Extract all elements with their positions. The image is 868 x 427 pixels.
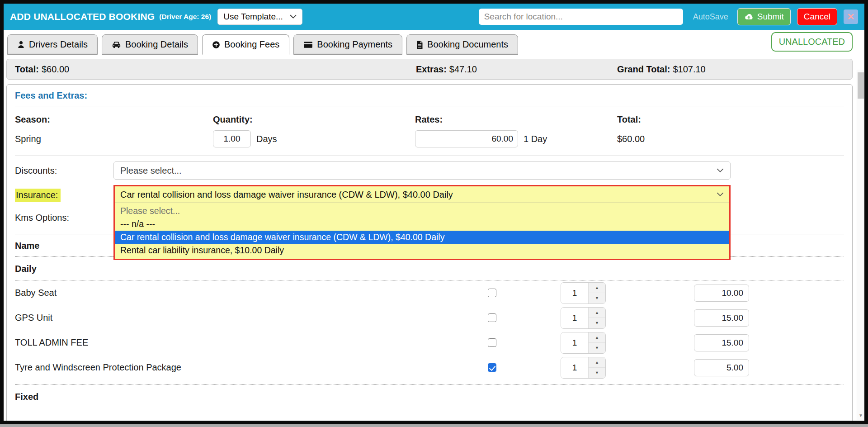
extra-row-baby-seat: Baby Seat — [15, 280, 844, 305]
quantity-stepper — [561, 307, 606, 329]
tab-label: Booking Details — [125, 39, 188, 50]
quantity-stepper — [561, 357, 606, 379]
extra-row-gps-unit: GPS Unit — [15, 305, 844, 330]
rate-input[interactable] — [415, 130, 518, 147]
daily-section-title: Daily — [15, 257, 844, 280]
modal-header: ADD UNALLOCATED BOOKING (Driver Age: 26)… — [4, 4, 864, 30]
stepper-down-icon[interactable] — [589, 293, 605, 304]
price-input[interactable] — [694, 359, 749, 376]
price-input[interactable] — [694, 285, 749, 302]
extras-label: Extras: — [416, 64, 447, 74]
quantity-stepper — [561, 282, 606, 304]
stepper-down-icon[interactable] — [589, 342, 605, 353]
scrollbar-down-arrow-icon[interactable] — [857, 412, 864, 419]
booking-fees-panel: Fees and Extras: Season: Quantity: Rates… — [6, 84, 853, 421]
divider — [15, 106, 844, 106]
tab-label: Drivers Details — [29, 39, 88, 50]
fees-column-headers: Season: Quantity: Rates: Total: — [15, 114, 844, 125]
price-input[interactable] — [694, 334, 749, 351]
insurance-option[interactable]: Rental car liability insurance, $10.00 D… — [115, 244, 729, 257]
close-icon[interactable] — [844, 9, 858, 24]
stepper-up-icon[interactable] — [589, 332, 605, 343]
driver-age-note: (Driver Age: 26) — [159, 13, 211, 21]
total-column-header: Total: — [617, 114, 844, 125]
quantity-stepper-input[interactable] — [561, 308, 588, 328]
grand-total-label: Grand Total: — [617, 64, 670, 74]
stepper-up-icon[interactable] — [589, 308, 605, 318]
rates-column-header: Rates: — [415, 114, 617, 125]
tab-booking-documents[interactable]: Booking Documents — [406, 34, 518, 55]
tab-label: Booking Payments — [317, 39, 392, 50]
insurance-option[interactable]: Please select... — [115, 204, 729, 218]
vertical-scrollbar[interactable] — [857, 70, 864, 420]
insurance-row: Insurance: Car rental collision and loss… — [15, 185, 844, 205]
tab-booking-fees[interactable]: Booking Fees — [202, 34, 289, 55]
totals-bar: Total:$60.00 Extras:$47.10 Grand Total:$… — [6, 59, 853, 80]
insurance-options-list: Please select... --- n/a --- Car rental … — [115, 203, 729, 259]
insurance-label-highlight: Insurance: — [15, 189, 61, 202]
insurance-select-wrap: Car rental collision and loss damage wai… — [113, 185, 731, 205]
quantity-stepper — [561, 332, 606, 354]
quantity-stepper-input[interactable] — [561, 332, 588, 353]
page-title: ADD UNALLOCATED BOOKING — [10, 11, 155, 22]
extras-value: $47.10 — [449, 64, 477, 74]
submit-label: Submit — [757, 12, 784, 22]
add-booking-modal: ADD UNALLOCATED BOOKING (Driver Age: 26)… — [4, 4, 864, 421]
quantity-column-header: Quantity: — [213, 114, 415, 125]
stepper-up-icon[interactable] — [589, 357, 605, 368]
discounts-select[interactable]: Please select... — [113, 161, 731, 180]
document-icon — [416, 41, 423, 49]
window-frame: ADD UNALLOCATED BOOKING (Driver Age: 26)… — [0, 0, 868, 424]
tab-drivers-details[interactable]: Drivers Details — [7, 34, 98, 55]
tab-label: Booking Documents — [427, 39, 508, 50]
insurance-label: Insurance: — [15, 190, 113, 200]
rate-unit-label: 1 Day — [524, 134, 547, 144]
insurance-dropdown: Car rental collision and loss damage wai… — [113, 185, 731, 260]
stepper-down-icon[interactable] — [589, 367, 605, 378]
quantity-input[interactable] — [213, 130, 251, 147]
extra-name: GPS Unit — [15, 313, 474, 323]
use-template-select[interactable]: Use Template... — [217, 9, 302, 25]
extra-name: TOLL ADMIN FEE — [15, 337, 474, 348]
insurance-select[interactable]: Car rental collision and loss damage wai… — [115, 186, 729, 203]
extra-checkbox[interactable] — [488, 289, 496, 297]
season-name: Spring — [15, 134, 213, 144]
scrollbar-thumb[interactable] — [858, 72, 864, 99]
season-total-value: $60.00 — [617, 134, 844, 144]
chevron-down-icon — [717, 168, 724, 173]
extra-row-tyre-windscreen: Tyre and Windscreen Protection Package — [15, 355, 844, 380]
status-badge: UNALLOCATED — [771, 32, 853, 52]
user-icon — [17, 41, 25, 48]
total-summary: Total:$60.00 — [15, 64, 416, 75]
discounts-row: Discounts: Please select... — [15, 161, 844, 180]
total-value: $60.00 — [42, 64, 69, 74]
insurance-option[interactable]: --- n/a --- — [115, 218, 729, 231]
extra-name: Baby Seat — [15, 288, 474, 298]
season-fee-row: Spring Days 1 Day $60.00 — [15, 129, 844, 148]
tab-booking-payments[interactable]: Booking Payments — [293, 34, 402, 55]
cancel-button[interactable]: Cancel — [797, 8, 837, 25]
insurance-option-highlighted[interactable]: Car rental collision and loss damage wai… — [115, 231, 729, 244]
cloud-upload-icon — [744, 14, 754, 20]
grand-total-value: $107.10 — [673, 64, 705, 74]
price-input[interactable] — [694, 309, 749, 327]
season-column-header: Season: — [15, 114, 213, 125]
stepper-up-icon[interactable] — [589, 283, 605, 293]
extra-checkbox[interactable] — [488, 363, 496, 372]
use-template-value: Use Template... — [223, 12, 283, 22]
extra-checkbox[interactable] — [488, 313, 496, 322]
divider — [15, 156, 844, 156]
tab-booking-details[interactable]: Booking Details — [102, 34, 198, 55]
chevron-down-icon — [717, 192, 724, 197]
search-location-input[interactable] — [479, 9, 683, 25]
quantity-stepper-input[interactable] — [561, 283, 588, 304]
insurance-selected-value: Car rental collision and loss damage wai… — [120, 190, 453, 200]
submit-button[interactable]: Submit — [737, 8, 791, 25]
extra-checkbox[interactable] — [488, 338, 496, 347]
credit-card-icon — [303, 41, 313, 48]
extra-name: Tyre and Windscreen Protection Package — [15, 362, 474, 373]
quantity-stepper-input[interactable] — [561, 357, 588, 378]
chevron-down-icon — [290, 14, 297, 19]
stepper-down-icon[interactable] — [589, 318, 605, 328]
total-label: Total: — [15, 64, 39, 74]
